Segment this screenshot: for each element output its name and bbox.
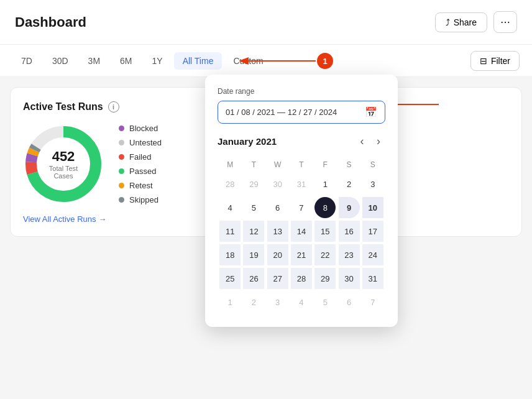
next-month-button[interactable]: › <box>372 134 385 149</box>
share-button[interactable]: ⤴ Share <box>435 12 487 32</box>
filter-button[interactable]: ⊟ Filter <box>470 51 520 71</box>
cal-day[interactable]: 3 <box>267 291 288 313</box>
header-actions: ⤴ Share ⋯ <box>435 11 517 33</box>
prev-month-button[interactable]: ‹ <box>355 134 369 149</box>
cal-day-selected[interactable]: 8 <box>314 197 336 218</box>
tab-6m[interactable]: 6M <box>111 52 140 70</box>
legend-blocked: Blocked <box>119 124 162 133</box>
more-button[interactable]: ⋯ <box>493 11 517 33</box>
tabs-bar: 7D 30D 3M 6M 1Y All Time Custom ⊟ Filter <box>0 45 532 77</box>
filter-label: Filter <box>491 56 510 66</box>
cal-day[interactable]: 20 <box>267 244 288 265</box>
total-count: 452 <box>44 149 84 165</box>
cal-day[interactable]: 23 <box>339 244 360 265</box>
tab-3m[interactable]: 3M <box>80 52 109 70</box>
cal-day[interactable]: 28 <box>219 173 241 195</box>
passed-dot <box>119 168 124 174</box>
cal-day[interactable]: 13 <box>267 221 288 242</box>
cal-day[interactable]: 25 <box>219 268 241 289</box>
legend-passed: Passed <box>119 167 162 176</box>
tab-all-time[interactable]: All Time <box>174 52 222 70</box>
donut-chart: 452 Total Test Cases <box>23 124 104 204</box>
cal-day[interactable]: 22 <box>314 244 336 265</box>
cal-day[interactable]: 28 <box>291 268 312 289</box>
card-title-text: Active Test Runs <box>23 101 103 112</box>
share-icon: ⤴ <box>446 17 450 27</box>
weekday-m: M <box>219 158 241 172</box>
cal-day[interactable]: 7 <box>362 291 383 313</box>
calendar-icon: 📅 <box>365 106 377 118</box>
passed-label: Passed <box>129 167 156 176</box>
cal-day[interactable]: 1 <box>314 173 336 195</box>
cal-day[interactable]: 19 <box>243 244 264 265</box>
page: Dashboard ⤴ Share ⋯ 7D 30D 3M 6M 1Y All … <box>0 0 532 399</box>
cal-day[interactable]: 17 <box>362 221 383 242</box>
tab-custom[interactable]: Custom <box>224 52 272 70</box>
tab-1y[interactable]: 1Y <box>144 52 172 70</box>
cal-day[interactable]: 2 <box>243 291 264 313</box>
cal-day[interactable]: 4 <box>291 291 312 313</box>
date-range-label: Date range <box>218 87 385 96</box>
calendar-header: January 2021 ‹ › <box>218 134 385 149</box>
cal-day[interactable]: 30 <box>339 268 360 289</box>
cal-day[interactable]: 10 <box>362 197 383 218</box>
weekday-s2: S <box>362 158 384 172</box>
tab-30d[interactable]: 30D <box>44 52 77 70</box>
blocked-label: Blocked <box>129 124 158 133</box>
untested-dot <box>119 140 124 145</box>
skipped-dot <box>119 197 124 203</box>
legend-untested: Untested <box>119 138 162 147</box>
step-badge-1: 1 <box>317 53 333 69</box>
tab-7d[interactable]: 7D <box>12 52 41 70</box>
cal-day[interactable]: 18 <box>219 244 241 265</box>
blocked-dot <box>119 126 124 131</box>
weekday-w: W <box>267 158 289 172</box>
cal-day[interactable]: 24 <box>362 244 383 265</box>
calendar-grid: M T W T F S S 28 29 30 31 1 2 <box>218 157 385 314</box>
retest-label: Retest <box>129 181 153 190</box>
date-range-input[interactable]: 01 / 08 / 2021 — 12 / 27 / 2024 📅 <box>218 101 385 124</box>
cal-day[interactable]: 15 <box>314 221 336 242</box>
legend-failed: Failed <box>119 152 162 162</box>
chart-legend: Blocked Untested Failed Passed <box>119 124 162 204</box>
cal-week-1: 28 29 30 31 1 2 3 <box>219 173 384 195</box>
info-icon[interactable]: i <box>108 101 119 112</box>
cal-day[interactable]: 29 <box>243 173 264 195</box>
retest-dot <box>119 183 124 188</box>
donut-center: 452 Total Test Cases <box>44 149 84 180</box>
share-label: Share <box>454 17 477 27</box>
total-label: Total Test Cases <box>44 165 84 180</box>
cal-day[interactable]: 30 <box>267 173 288 195</box>
cal-day[interactable]: 31 <box>362 268 383 289</box>
cal-day[interactable]: 5 <box>314 291 336 313</box>
cal-day[interactable]: 12 <box>243 221 264 242</box>
cal-day[interactable]: 21 <box>291 244 312 265</box>
skipped-label: Skipped <box>129 195 158 204</box>
weekday-t1: T <box>242 158 265 172</box>
filter-icon: ⊟ <box>480 56 487 66</box>
date-range-popup: Date range 01 / 08 / 2021 — 12 / 27 / 20… <box>205 75 398 327</box>
weekday-f: F <box>314 158 336 172</box>
cal-day[interactable]: 16 <box>339 221 360 242</box>
cal-day[interactable]: 5 <box>243 197 264 218</box>
cal-day[interactable]: 27 <box>267 268 288 289</box>
cal-day[interactable]: 2 <box>339 173 360 195</box>
calendar-nav: ‹ › <box>355 134 385 149</box>
cal-day[interactable]: 26 <box>243 268 264 289</box>
cal-week-5: 25 26 27 28 29 30 31 <box>219 267 384 290</box>
cal-day[interactable]: 31 <box>291 173 312 195</box>
cal-day[interactable]: 29 <box>314 268 336 289</box>
cal-week-3: 11 12 13 14 15 16 17 <box>219 220 384 242</box>
cal-day[interactable]: 3 <box>362 173 383 195</box>
cal-day[interactable]: 4 <box>219 197 241 218</box>
cal-day[interactable]: 6 <box>339 291 360 313</box>
cal-day[interactable]: 14 <box>291 221 312 242</box>
cal-day[interactable]: 7 <box>291 197 312 218</box>
weekday-t2: T <box>290 158 313 172</box>
cal-day[interactable]: 1 <box>219 291 241 313</box>
cal-week-2: 4 5 6 7 8 9 10 <box>219 196 384 219</box>
date-range-value: 01 / 08 / 2021 — 12 / 27 / 2024 <box>226 108 337 117</box>
cal-day[interactable]: 9 <box>339 197 360 218</box>
cal-day[interactable]: 11 <box>219 221 241 242</box>
cal-day[interactable]: 6 <box>267 197 288 218</box>
